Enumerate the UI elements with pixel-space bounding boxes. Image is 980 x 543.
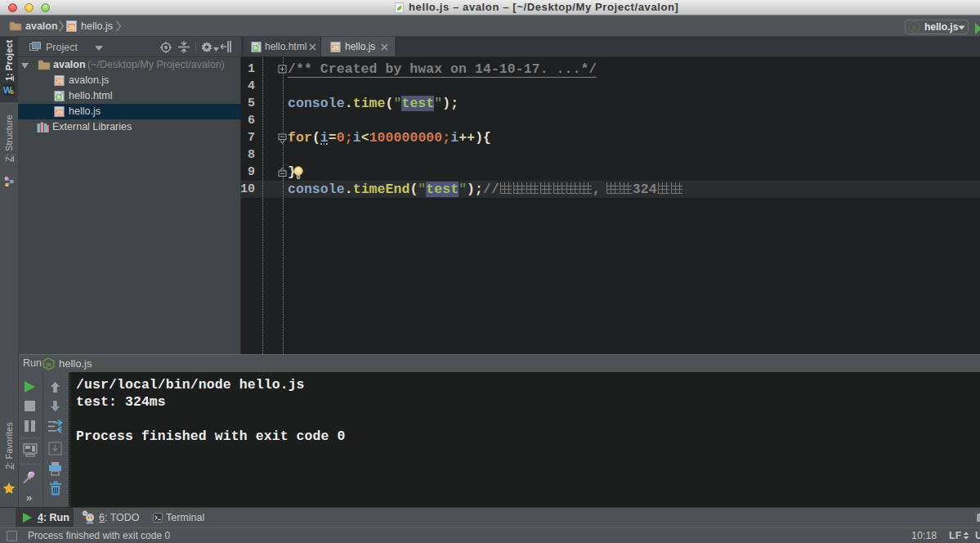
- svg-text:h: h: [254, 45, 257, 51]
- svg-text:h: h: [57, 94, 60, 100]
- svg-text:s: s: [10, 88, 14, 96]
- svg-text:JS: JS: [56, 79, 63, 84]
- svg-text:JS: JS: [56, 110, 63, 115]
- svg-text:js: js: [45, 361, 51, 368]
- svg-text:JS: JS: [332, 45, 339, 51]
- svg-text:js: js: [911, 25, 917, 31]
- svg-text:JS: JS: [68, 25, 75, 30]
